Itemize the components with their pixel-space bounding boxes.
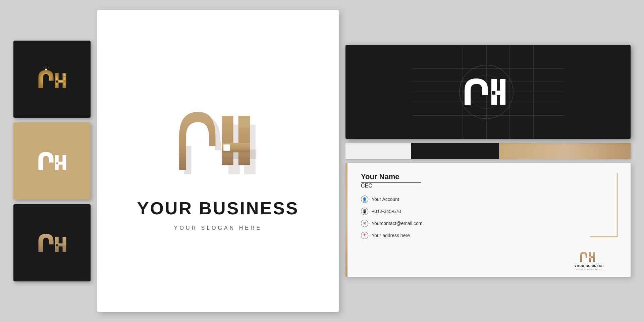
left-column: [13, 41, 91, 281]
bcard-mini-slogan: YOUR SLOGAN HERE: [576, 268, 602, 270]
svg-rect-12: [56, 163, 58, 164]
svg-rect-47: [589, 257, 591, 258]
svg-rect-24: [223, 145, 230, 151]
bcard-account-row: 👤 Your Account: [361, 196, 547, 203]
svg-rect-8: [56, 81, 58, 83]
variant-card-black-tan: [13, 204, 91, 281]
bcard-name: Your Name: [361, 172, 421, 183]
grid-lines-svg: [345, 45, 631, 139]
business-name: YOUR BUSINESS: [137, 198, 299, 218]
location-icon: 📍: [361, 232, 368, 239]
center-panel: YOUR BUSINESS YOUR SLOGAN HERE: [97, 10, 339, 312]
logo-variant-white: [30, 146, 74, 176]
strip-white: [345, 143, 411, 159]
slogan: YOUR SLOGAN HERE: [174, 225, 262, 231]
svg-rect-7: [63, 73, 66, 77]
bcard-email: Yourcontact@email.com: [372, 221, 422, 226]
bcard-email-row: ✉ Yourcontact@email.com: [361, 220, 547, 227]
variant-card-dark-gold: [13, 41, 91, 118]
logo-variant-gold: [30, 64, 74, 94]
svg-rect-46: [593, 252, 595, 254]
bcard-address-row: 📍 Your address here: [361, 232, 547, 239]
strip-black: [411, 143, 499, 159]
business-card-strip: [345, 143, 631, 159]
bcard-address: Your address here: [372, 233, 410, 238]
svg-rect-23: [238, 116, 250, 127]
business-card-white: Your Name CEO 👤 Your Account 📱 +012-345-…: [345, 163, 631, 277]
email-icon: ✉: [361, 220, 368, 227]
main-logo: [154, 91, 282, 192]
bcard-mini-business-name: YOUR BUSINESS: [574, 264, 604, 268]
svg-line-2: [48, 67, 49, 68]
bcard-account: Your Account: [372, 197, 399, 202]
phone-icon: 📱: [361, 208, 368, 215]
mini-logo-svg: [579, 250, 599, 264]
main-container: YOUR BUSINESS YOUR SLOGAN HERE: [0, 0, 644, 322]
svg-rect-16: [56, 245, 58, 246]
business-card-dark: [345, 45, 631, 139]
bcard-mini-logo: YOUR BUSINESS YOUR SLOGAN HERE: [574, 250, 604, 270]
variant-card-tan-white: [13, 122, 91, 200]
bcard-phone: +012-345-678: [372, 209, 401, 214]
bcard-phone-row: 📱 +012-345-678: [361, 208, 547, 215]
right-column: Your Name CEO 👤 Your Account 📱 +012-345-…: [345, 45, 631, 277]
svg-line-3: [43, 67, 44, 68]
bcard-accent-section: YOUR BUSINESS YOUR SLOGAN HERE: [557, 163, 631, 277]
account-icon: 👤: [361, 196, 368, 203]
svg-rect-20: [222, 116, 233, 165]
bcard-info-section: Your Name CEO 👤 Your Account 📱 +012-345-…: [345, 163, 557, 277]
strip-gold: [499, 143, 631, 159]
bcard-title: CEO: [361, 183, 547, 189]
logo-variant-tan: [30, 228, 74, 258]
